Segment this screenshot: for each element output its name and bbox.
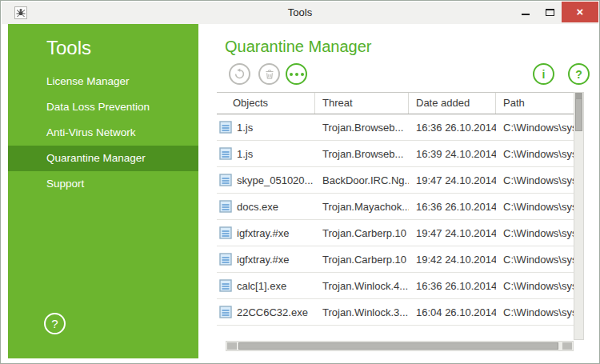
quarantine-table: Objects Threat Date added Path <box>217 92 574 326</box>
cell-path: C:\Windows\syst... <box>496 148 574 160</box>
minimize-icon <box>522 14 530 15</box>
cell-path: C:\Windows\syst... <box>496 227 574 239</box>
close-button[interactable]: × <box>562 2 598 22</box>
object-name: docs.exe <box>237 201 278 213</box>
object-name: igfxtray.#xe <box>237 254 290 266</box>
page-title: Quarantine Manager <box>225 38 371 56</box>
file-icon <box>219 306 232 318</box>
sidebar-item[interactable]: Data Loss Prevention <box>8 94 198 120</box>
more-button[interactable] <box>286 63 307 85</box>
cell-object: 1.js <box>217 147 315 160</box>
sidebar-nav: License Manager Data Loss Prevention Ant… <box>8 69 198 197</box>
cell-date-added: 19:47 24.10.2014 <box>409 227 496 239</box>
table-row[interactable]: igfxtray.#xe Trojan.Carberp.10 19:42 24.… <box>217 246 574 273</box>
cell-date-added: 16:36 26.10.2014 <box>409 201 496 213</box>
cell-object: calc[1].exe <box>217 279 315 292</box>
sidebar-item[interactable]: Quarantine Manager <box>8 146 198 171</box>
sidebar-item[interactable]: Support <box>8 171 198 197</box>
vertical-scrollbar[interactable] <box>574 92 584 340</box>
object-name: 22CC6C32.exe <box>237 306 308 318</box>
sidebar-item[interactable]: Anti-Virus Network <box>8 120 198 146</box>
cell-threat: Trojan.Carberp.10 <box>315 227 409 239</box>
object-name: calc[1].exe <box>237 280 286 292</box>
table-row[interactable]: calc[1].exe Trojan.Winlock.4... 16:36 26… <box>217 273 574 299</box>
minimize-button[interactable] <box>514 2 538 22</box>
info-icon: i <box>542 68 546 81</box>
window-controls: × <box>514 2 598 23</box>
cell-date-added: 19:47 24.10.2014 <box>409 174 496 186</box>
cell-object: docs.exe <box>217 200 315 213</box>
file-icon <box>219 121 232 134</box>
cell-threat: BackDoor.IRC.Ng... <box>315 174 409 186</box>
maximize-button[interactable] <box>538 2 562 22</box>
table-row[interactable]: igfxtray.#xe Trojan.Carberp.10 19:47 24.… <box>217 220 574 246</box>
column-header-date-added[interactable]: Date added <box>409 93 496 114</box>
cell-threat: Trojan.Winlock.3... <box>315 306 409 318</box>
file-icon <box>219 226 232 239</box>
sidebar-item[interactable]: License Manager <box>8 69 198 94</box>
object-name: skype_051020... <box>237 174 313 186</box>
cell-path: C:\Windows\syst... <box>496 306 574 318</box>
cell-date-added: 16:36 26.10.2014 <box>409 122 496 134</box>
file-icon <box>219 147 232 160</box>
column-header-objects[interactable]: Objects <box>217 93 315 114</box>
table-row[interactable]: 22CC6C32.exe Trojan.Winlock.3... 16:04 2… <box>217 299 574 326</box>
cell-object: skype_051020... <box>217 174 315 186</box>
table-row[interactable]: skype_051020... BackDoor.IRC.Ng... 19:47… <box>217 167 574 194</box>
column-header-path[interactable]: Path <box>496 93 574 114</box>
window-title: Tools <box>2 2 598 24</box>
cell-object: igfxtray.#xe <box>217 253 315 266</box>
cell-path: C:\Windows\syst... <box>496 122 574 134</box>
sidebar-item-label: Support <box>46 178 84 190</box>
table-header: Objects Threat Date added Path <box>217 92 574 114</box>
object-name: 1.js <box>237 122 253 134</box>
cell-object: igfxtray.#xe <box>217 226 315 239</box>
titlebar: Tools × <box>2 2 598 24</box>
help-button[interactable]: ? <box>568 63 590 85</box>
cell-path: C:\Windows\syst... <box>496 280 574 292</box>
restore-button[interactable] <box>229 63 250 85</box>
restore-icon <box>234 68 246 80</box>
delete-button[interactable] <box>258 63 280 85</box>
column-header-threat[interactable]: Threat <box>315 93 409 114</box>
maximize-icon <box>546 9 554 16</box>
vertical-scrollbar-cap <box>575 93 582 98</box>
question-mark-icon: ? <box>51 317 58 330</box>
cell-object: 22CC6C32.exe <box>217 306 315 318</box>
cell-threat: Trojan.Winlock.4... <box>315 280 409 292</box>
table-row[interactable]: docs.exe Trojan.Mayachok... 16:36 26.10.… <box>217 194 574 220</box>
table-row[interactable]: 1.js Trojan.Browseb... 16:39 24.10.2014 … <box>217 141 574 167</box>
horizontal-scrollbar-right-cap[interactable] <box>562 342 572 350</box>
ellipsis-icon <box>288 73 305 76</box>
cell-date-added: 19:42 24.10.2014 <box>409 254 496 266</box>
table-row[interactable]: 1.js Trojan.Browseb... 16:36 26.10.2014 … <box>217 114 574 141</box>
cell-path: C:\Windows\syst... <box>496 254 574 266</box>
horizontal-scrollbar-left-cap[interactable] <box>227 342 237 350</box>
cell-threat: Trojan.Browseb... <box>315 122 409 134</box>
cell-threat: Trojan.Carberp.10 <box>315 254 409 266</box>
cell-threat: Trojan.Mayachok... <box>315 201 409 213</box>
cell-object: 1.js <box>217 121 315 134</box>
sidebar-help-button[interactable]: ? <box>44 313 66 334</box>
table-body: 1.js Trojan.Browseb... 16:36 26.10.2014 … <box>217 114 574 326</box>
object-name: igfxtray.#xe <box>237 227 290 239</box>
sidebar-title: Tools <box>46 37 91 59</box>
cell-threat: Trojan.Browseb... <box>315 148 409 160</box>
help-icon: ? <box>575 68 582 81</box>
object-name: 1.js <box>237 148 253 160</box>
file-icon <box>219 279 232 292</box>
file-icon <box>219 174 232 186</box>
sidebar-item-label: Quarantine Manager <box>46 152 146 164</box>
sidebar: Tools License Manager Data Loss Preventi… <box>8 24 198 358</box>
sidebar-item-label: Anti-Virus Network <box>46 126 136 138</box>
file-icon <box>219 253 232 266</box>
trash-icon <box>264 69 275 80</box>
file-icon <box>219 200 232 213</box>
info-button[interactable]: i <box>533 63 554 85</box>
tools-window: Tools × Tools License Manager Data Loss … <box>0 0 600 364</box>
cell-date-added: 16:39 24.10.2014 <box>409 148 496 160</box>
horizontal-scrollbar[interactable] <box>226 341 574 351</box>
main-content: Quarantine Manager i <box>198 24 598 362</box>
vertical-scrollbar-thumb[interactable] <box>575 98 582 131</box>
horizontal-scrollbar-thumb[interactable] <box>238 342 558 350</box>
